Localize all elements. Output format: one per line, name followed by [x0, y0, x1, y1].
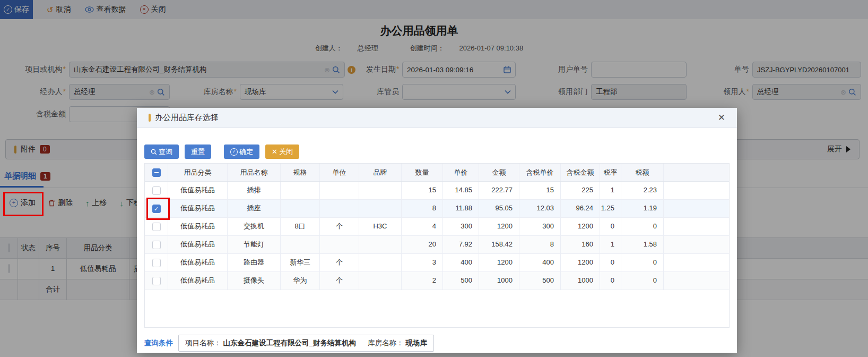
inventory-row[interactable]: 低值易耗品摄像头华为个25001000500100000 [145, 272, 729, 290]
cell: 0 [600, 218, 621, 235]
cell [359, 182, 402, 199]
cell [359, 236, 402, 253]
cell: 20 [402, 236, 443, 253]
cell [281, 236, 320, 253]
cell: 低值易耗品 [168, 200, 228, 217]
query-conditions-label: 查询条件 [144, 338, 173, 348]
query-button[interactable]: 查询 [144, 144, 179, 159]
row-checkbox[interactable] [152, 259, 161, 267]
cell: 个 [320, 218, 359, 235]
confirm-button[interactable]: ✓ 确定 [224, 144, 259, 159]
cell: 4 [402, 218, 443, 235]
cell [359, 200, 402, 217]
column-header: 税额 [621, 164, 664, 181]
column-header: 规格 [281, 164, 320, 181]
cell: 0 [621, 254, 664, 271]
cell: 1000 [479, 272, 519, 290]
column-header: 含税金额 [561, 164, 600, 181]
cell [320, 200, 359, 217]
cell: 300 [443, 218, 479, 235]
cell [320, 236, 359, 253]
inventory-row[interactable]: 低值易耗品节能灯207.92158.42816011.58 [145, 236, 729, 254]
cell: 11.88 [443, 200, 479, 217]
cell [281, 182, 320, 199]
cell: 225 [561, 182, 600, 199]
cell: 158.42 [479, 236, 519, 253]
checkbox-cell: ✓ [145, 200, 168, 217]
cell: 400 [519, 254, 561, 271]
cell: 96.24 [561, 200, 600, 217]
cell: 160 [561, 236, 600, 253]
cell: 0 [621, 218, 664, 235]
dialog-close-button[interactable]: ✕ 关闭 [265, 144, 299, 159]
section-marker [149, 114, 151, 122]
dialog-title: 办公用品库存选择 [149, 113, 219, 123]
checkbox-cell [145, 218, 168, 235]
cell: 95.05 [479, 200, 519, 217]
cell: 15 [519, 182, 561, 199]
cell: 3 [402, 254, 443, 271]
cell: 1 [600, 236, 621, 253]
cell: 7.92 [443, 236, 479, 253]
cell [359, 272, 402, 290]
cell: 1200 [561, 218, 600, 235]
cell: 低值易耗品 [168, 254, 228, 271]
dialog-close-icon[interactable]: ✕ [718, 112, 725, 123]
search-icon [151, 149, 157, 155]
row-checkbox[interactable] [152, 241, 161, 249]
cell: 2.23 [621, 182, 664, 199]
column-header: 金额 [479, 164, 519, 181]
row-checkbox[interactable]: ✓ [152, 205, 161, 213]
inventory-row[interactable]: 低值易耗品路由器新华三个34001200400120000 [145, 254, 729, 272]
check-circle-icon: ✓ [230, 148, 238, 156]
reset-button[interactable]: 重置 [185, 144, 211, 159]
checkbox-cell [145, 272, 168, 290]
app-screen: ✓ 保存 ↺ 取消 查看数据 ✕ 关闭 办公用品领用单 创建人：总经理 创建时间… [0, 0, 868, 357]
checkbox-cell [145, 182, 168, 199]
cell: 500 [519, 272, 561, 290]
cell: 1200 [479, 218, 519, 235]
cell: 低值易耗品 [168, 272, 228, 290]
cell: 0 [600, 272, 621, 290]
cell: 0 [600, 254, 621, 271]
cell: 8 [519, 236, 561, 253]
dialog-buttons: 查询 重置 ✓ 确定 ✕ 关闭 [144, 144, 299, 159]
cell: 1 [600, 182, 621, 199]
cell: 1200 [479, 254, 519, 271]
cell: 12.03 [519, 200, 561, 217]
cell: 2 [402, 272, 443, 290]
inventory-table: 用品分类用品名称规格单位品牌数量单价金额含税单价含税金额税率税额 低值易耗品插排… [144, 163, 730, 328]
inventory-select-dialog: 办公用品库存选择 ✕ 查询 重置 ✓ 确定 ✕ 关闭 [137, 108, 737, 353]
row-checkbox[interactable] [152, 186, 161, 195]
column-header: 数量 [402, 164, 443, 181]
cell: 新华三 [281, 254, 320, 271]
cell: 节能灯 [228, 236, 281, 253]
cell: 低值易耗品 [168, 182, 228, 199]
cell: 8 [402, 200, 443, 217]
cell [359, 254, 402, 271]
cell: 个 [320, 254, 359, 271]
cell: 低值易耗品 [168, 218, 228, 235]
select-all-checkbox[interactable] [152, 168, 161, 177]
cell: 1000 [561, 272, 600, 290]
cell: 400 [443, 254, 479, 271]
cell: 300 [519, 218, 561, 235]
inventory-row[interactable]: 低值易耗品插排1514.85222.771522512.23 [145, 182, 729, 200]
cell: 15 [402, 182, 443, 199]
cell: 1.25 [600, 200, 621, 217]
column-header: 用品名称 [228, 164, 281, 181]
cell: 交换机 [228, 218, 281, 235]
column-header: 单价 [443, 164, 479, 181]
cell [320, 182, 359, 199]
row-checkbox[interactable] [152, 223, 161, 231]
inventory-row[interactable]: ✓低值易耗品插座811.8895.0512.0396.241.251.19 [145, 200, 729, 218]
inventory-row[interactable]: 低值易耗品交换机8口个H3C43001200300120000 [145, 218, 729, 236]
row-checkbox[interactable] [152, 277, 161, 285]
checkbox-cell [145, 254, 168, 271]
cell: 插排 [228, 182, 281, 199]
column-header: 品牌 [359, 164, 402, 181]
cell: H3C [359, 218, 402, 235]
checkbox-cell [145, 236, 168, 253]
column-header: 含税单价 [519, 164, 561, 181]
cell: 摄像头 [228, 272, 281, 290]
